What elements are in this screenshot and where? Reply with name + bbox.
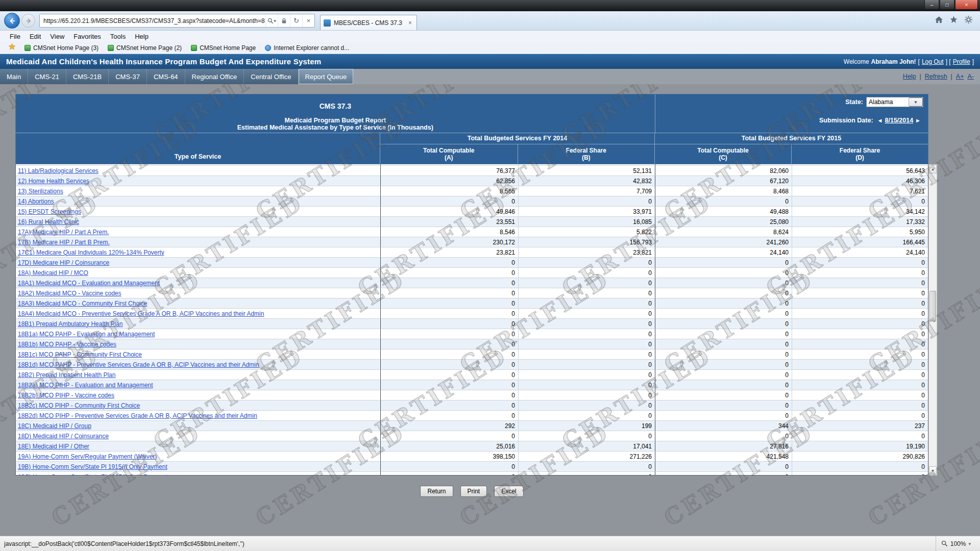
service-line-link[interactable]: 12) Home Health Services — [18, 178, 89, 185]
favorite-item[interactable]: CMSnet Home Page — [186, 44, 260, 52]
scrollbar-thumb[interactable] — [929, 291, 936, 321]
nav-tab-regional-office[interactable]: Regional Office — [185, 69, 244, 84]
service-line-link[interactable]: 11) Lab/Radiological Services — [18, 167, 99, 174]
nav-tab-cms21b[interactable]: CMS-21B — [66, 69, 109, 84]
service-line-link[interactable]: 18B1b) MCO PAHP - Vaccine codes — [18, 341, 116, 348]
service-line-link[interactable]: 17B) Medicare HIP / Part B Prem. — [18, 239, 110, 246]
add-favorite-star-icon[interactable] — [4, 43, 20, 53]
address-bar[interactable]: https://65.220.21.9/MBESCBES/CMS37/CMS37… — [39, 14, 315, 28]
state-dropdown[interactable]: Alabama ▼ — [866, 97, 923, 107]
back-button[interactable] — [4, 13, 20, 29]
service-line-link[interactable]: 16) Rural Health Clinic — [18, 218, 79, 226]
next-date-arrow[interactable]: ► — [915, 117, 921, 123]
minimize-button[interactable]: – — [924, 0, 939, 10]
value-cell-d: 0 — [792, 349, 928, 360]
tab-close-icon[interactable]: × — [407, 19, 413, 27]
font-increase-link[interactable]: A+ — [956, 73, 964, 80]
service-line-link[interactable]: 19B) Home-Comm Serv/State Pl 1915(i) Onl… — [18, 463, 167, 470]
column-header-total-computable-c: Total Computable (C) — [655, 144, 792, 164]
service-line-link[interactable]: 18C) Medicaid HIP / Group — [18, 422, 91, 430]
menu-help[interactable]: Help — [130, 33, 153, 40]
service-line-link[interactable]: 17C1) Medicare Qual Individuals 120%-134… — [18, 249, 164, 256]
zoom-control[interactable]: 100% ▾ — [936, 536, 976, 551]
help-link[interactable]: Help — [903, 73, 916, 80]
refresh-icon[interactable]: ↻ — [290, 14, 302, 27]
nav-tab-main[interactable]: Main — [0, 69, 28, 84]
return-button[interactable]: Return — [420, 486, 453, 497]
service-line-link[interactable]: 19A) Home-Comm Serv/Regular Payment (Wai… — [18, 453, 157, 460]
stop-icon[interactable]: × — [302, 14, 314, 27]
service-line-link[interactable]: 18D) Medicaid HIP / Coinsurance — [18, 433, 109, 440]
favorite-item[interactable]: Internet Explorer cannot d... — [260, 44, 354, 52]
excel-button[interactable]: Excel — [494, 486, 523, 497]
value-cell-c: 0 — [655, 431, 792, 441]
service-line-link[interactable]: 18B2b) MCO PIHP - Vaccine codes — [18, 392, 114, 399]
service-line-link[interactable]: 18B2a) MCO PIHP - Evaluation and Managem… — [18, 382, 153, 389]
service-line-link[interactable]: 18B1a) MCO PAHP - Evaluation and Managem… — [18, 331, 155, 338]
home-icon[interactable] — [935, 15, 943, 26]
report-title-line1: Medicaid Program Budget Report — [284, 117, 386, 124]
menu-file[interactable]: File — [5, 33, 25, 40]
menu-favorites[interactable]: Favorites — [69, 33, 105, 40]
service-line-link[interactable]: 18B1) Prepaid Ambulatory Health Plan — [18, 320, 122, 328]
service-line-link[interactable]: 18B1d) MCO PAHP - Preventive Services Gr… — [18, 361, 259, 368]
service-line-link[interactable]: 18A3) Medicaid MCO - Community First Cho… — [18, 300, 147, 307]
value-cell-a: 8,546 — [381, 227, 519, 237]
font-decrease-link[interactable]: A- — [968, 73, 974, 80]
service-line-link[interactable]: 14) Abortions — [18, 198, 54, 205]
submission-date-link[interactable]: 8/15/2014 — [885, 117, 914, 124]
value-cell-a: 0 — [381, 268, 519, 278]
table-row: 18B2c) MCO PIHP - Community First Choice… — [16, 400, 928, 411]
settings-gear-icon[interactable] — [964, 15, 973, 26]
table-row: 17C1) Medicare Qual Individuals 120%-134… — [16, 247, 928, 258]
menu-edit[interactable]: Edit — [25, 33, 45, 40]
maximize-button[interactable]: □ — [940, 0, 954, 10]
forward-button[interactable] — [21, 14, 35, 28]
value-cell-c: 67,120 — [655, 176, 792, 186]
service-line-link[interactable]: 18A4) Medicaid MCO - Preventive Services… — [18, 310, 264, 317]
menu-tools[interactable]: Tools — [106, 33, 130, 40]
value-cell-c: 25,080 — [655, 217, 792, 227]
print-button[interactable]: Print — [460, 486, 487, 497]
favorites-star-icon[interactable] — [949, 15, 958, 26]
scroll-down-arrow[interactable]: ▼ — [929, 466, 937, 475]
favorite-item[interactable]: CMSnet Home Page (3) — [20, 44, 103, 52]
service-line-link[interactable]: 13) Sterilizations — [18, 188, 63, 195]
service-line-link[interactable]: 18B2d) MCO PIHP - Preventive Services Gr… — [18, 412, 257, 419]
scroll-up-arrow[interactable]: ▲ — [929, 165, 937, 173]
service-line-link[interactable]: 18B2) Prepaid Inpatient Health Plan — [18, 371, 115, 379]
nav-tab-cms64[interactable]: CMS-64 — [147, 69, 185, 84]
nav-tab-cms37[interactable]: CMS-37 — [109, 69, 147, 84]
service-line-link[interactable]: 18E) Medicaid HIP / Other — [18, 443, 89, 450]
vertical-scrollbar[interactable]: ▲ ▼ — [928, 164, 937, 475]
value-cell-d: 0 — [792, 370, 928, 380]
service-line-link[interactable]: 18B1c) MCO PAHP - Community First Choice — [18, 351, 142, 358]
value-cell-d: 290,826 — [792, 452, 928, 462]
service-line-link[interactable]: 18A1) Medicaid MCO - Evaluation and Mana… — [18, 280, 160, 287]
nav-tab-cms21[interactable]: CMS-21 — [28, 69, 66, 84]
service-line-link[interactable]: 18B2c) MCO PIHP - Community First Choice — [18, 402, 140, 409]
logout-link[interactable]: Log Out — [922, 58, 944, 65]
close-button[interactable]: × — [955, 0, 978, 10]
service-line-link[interactable]: 17D) Medicare HIP / Coinsurance — [18, 259, 109, 266]
service-line-link[interactable]: 17A) Medicare HIP / Part A Prem. — [18, 229, 109, 236]
service-line-link[interactable]: 15) EPSDT Screenings — [18, 208, 81, 215]
value-cell-c: 0 — [655, 268, 792, 278]
refresh-link[interactable]: Refresh — [925, 73, 947, 80]
value-cell-b: 0 — [519, 411, 655, 421]
browser-tab[interactable]: MBES/CBES - CMS 37.3 × — [320, 15, 417, 30]
service-line-link[interactable]: 19C) Home-Comm Serv/State Pl 1915(j) Onl… — [18, 473, 167, 476]
favorite-item[interactable]: CMSnet Home Page (2) — [103, 44, 186, 52]
previous-date-arrow[interactable]: ◄ — [877, 117, 883, 123]
value-cell-c: 8,624 — [655, 227, 792, 237]
status-text: javascript:__doPostBack('ctl00$ContentPl… — [4, 540, 936, 547]
nav-tab-central-office[interactable]: Central Office — [244, 69, 298, 84]
nav-tab-report-queue[interactable]: Report Queue — [299, 69, 354, 84]
app-utility-links: Help | Refresh | A+ A- — [903, 69, 974, 84]
search-icon[interactable]: ▾ — [265, 14, 278, 27]
browser-toolbar: https://65.220.21.9/MBESCBES/CMS37/CMS37… — [0, 11, 980, 31]
menu-view[interactable]: View — [45, 33, 69, 40]
profile-link[interactable]: Profile — [953, 58, 970, 65]
service-line-link[interactable]: 18A2) Medicaid MCO - Vaccine codes — [18, 290, 121, 297]
service-line-link[interactable]: 18A) Medicaid HIP / MCO — [18, 269, 88, 277]
